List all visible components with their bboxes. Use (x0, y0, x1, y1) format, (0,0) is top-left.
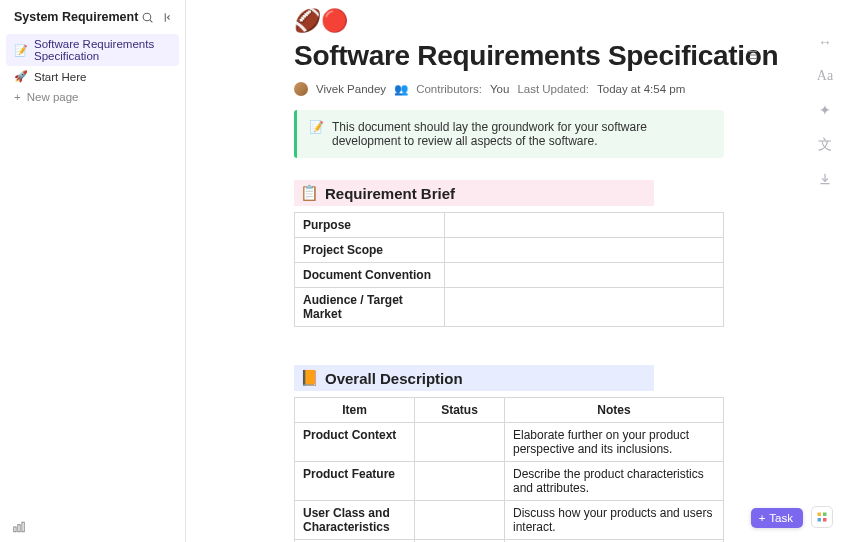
doc-icon: 📝 (14, 44, 28, 57)
plus-icon: + (759, 512, 766, 524)
svg-rect-10 (818, 513, 822, 517)
task-label: Task (769, 512, 793, 524)
font-icon[interactable]: Aa (817, 68, 833, 84)
table-row: Project Scope (295, 238, 724, 263)
author-avatar[interactable] (294, 82, 308, 96)
toc-icon[interactable] (745, 48, 759, 62)
svg-rect-5 (22, 522, 24, 531)
clipboard-icon: 📋 (300, 184, 319, 202)
workspace-title: System Requirement (14, 10, 138, 24)
expand-icon[interactable]: ↔ (818, 34, 832, 50)
apps-button[interactable] (811, 506, 833, 528)
right-rail: ↔ Aa ✦ 文 (811, 34, 839, 186)
table-row: User Class and CharacteristicsDiscuss ho… (295, 501, 724, 540)
plus-icon: + (14, 91, 21, 103)
doc-meta: Vivek Pandey 👥 Contributors: You Last Up… (294, 82, 847, 96)
translate-icon[interactable]: 文 (818, 136, 832, 154)
book-icon: 📙 (300, 369, 319, 387)
svg-point-0 (143, 13, 151, 21)
updated-value: Today at 4:54 pm (597, 83, 685, 95)
people-icon: 👥 (394, 82, 408, 96)
callout-emoji: 📝 (309, 120, 324, 148)
contributors-label: Contributors: (416, 83, 482, 95)
table-header-row: Item Status Notes (295, 398, 724, 423)
svg-line-1 (150, 20, 152, 22)
sparkle-icon[interactable]: ✦ (819, 102, 831, 118)
section-title: Overall Description (325, 370, 463, 387)
document-main: 🏈🔴 Software Requirements Specification V… (186, 0, 847, 542)
section-head-overall[interactable]: 📙 Overall Description (294, 365, 654, 391)
table-row: Product ContextElaborate further on your… (295, 423, 724, 462)
sidebar-item-start-here[interactable]: 🚀 Start Here (6, 66, 179, 87)
table-row: Product FeatureDescribe the product char… (295, 462, 724, 501)
svg-rect-12 (818, 518, 822, 522)
table-row: Purpose (295, 213, 724, 238)
download-icon[interactable] (818, 172, 832, 186)
table-row: Audience / Target Market (295, 288, 724, 327)
sidebar-item-label: Software Requirements Specification (34, 38, 171, 62)
svg-rect-4 (18, 525, 20, 532)
contributors-value[interactable]: You (490, 83, 509, 95)
page-title[interactable]: Software Requirements Specification (294, 40, 847, 72)
collapse-icon[interactable] (162, 11, 175, 24)
svg-rect-11 (823, 513, 827, 517)
callout-text: This document should lay the groundwork … (332, 120, 712, 148)
new-page-button[interactable]: + New page (6, 87, 179, 107)
sidebar-item-label: Start Here (34, 71, 86, 83)
sidebar-item-srs[interactable]: 📝 Software Requirements Specification (6, 34, 179, 66)
stats-icon[interactable] (12, 520, 173, 534)
updated-label: Last Updated: (517, 83, 589, 95)
section-head-brief[interactable]: 📋 Requirement Brief (294, 180, 654, 206)
section-title: Requirement Brief (325, 185, 455, 202)
new-page-label: New page (27, 91, 79, 103)
doc-emoji[interactable]: 🏈🔴 (294, 10, 847, 32)
sidebar-header: System Requirement (0, 6, 185, 30)
rocket-icon: 🚀 (14, 70, 28, 83)
callout-block[interactable]: 📝 This document should lay the groundwor… (294, 110, 724, 158)
author-name[interactable]: Vivek Pandey (316, 83, 386, 95)
task-button[interactable]: + Task (751, 508, 803, 528)
table-row: Document Convention (295, 263, 724, 288)
svg-rect-3 (14, 527, 16, 532)
sidebar-footer (0, 512, 185, 542)
overall-table[interactable]: Item Status Notes Product ContextElabora… (294, 397, 724, 542)
grid-icon (816, 511, 828, 523)
search-icon[interactable] (141, 11, 154, 24)
sidebar: System Requirement 📝 Software Requiremen… (0, 0, 186, 542)
sidebar-list: 📝 Software Requirements Specification 🚀 … (0, 30, 185, 111)
svg-rect-13 (823, 518, 827, 522)
brief-table[interactable]: Purpose Project Scope Document Conventio… (294, 212, 724, 327)
